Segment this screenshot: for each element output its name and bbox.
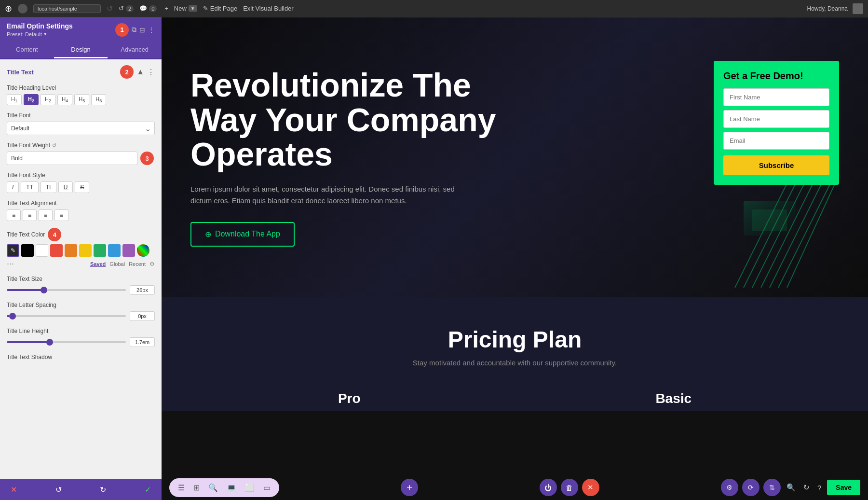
color-yellow[interactable] <box>79 244 92 257</box>
exit-builder-btn[interactable]: Exit Visual Builder <box>243 5 294 12</box>
toolbar-search-right-btn[interactable]: 🔍 <box>785 481 798 494</box>
revision-count[interactable]: ↺ 2 <box>119 5 134 12</box>
color-orange[interactable] <box>65 244 77 257</box>
color-tab-saved[interactable]: Saved <box>90 261 106 267</box>
toolbar-menu-icon[interactable]: ☰ <box>175 481 188 494</box>
basic-card-label: Basic <box>655 391 692 406</box>
letter-spacing-value[interactable] <box>130 311 155 321</box>
title-text-color-group: Title Text Color 4 ✎ ··· <box>7 228 155 269</box>
line-height-slider[interactable] <box>7 341 126 343</box>
toolbar-grid-icon[interactable]: ⊞ <box>190 481 203 494</box>
align-left[interactable]: ≡ <box>7 209 21 221</box>
footer-confirm-btn[interactable]: ✓ <box>141 483 155 496</box>
toolbar-desktop-icon[interactable]: 💻 <box>224 481 239 494</box>
subscribe-button[interactable]: Subscribe <box>723 155 829 175</box>
footer-close-btn[interactable]: ✕ <box>7 483 21 496</box>
toolbar-close-btn[interactable]: ✕ <box>582 479 599 496</box>
sidebar-preset[interactable]: Preset: Default ▾ <box>7 31 73 37</box>
tab-content[interactable]: Content <box>0 42 54 58</box>
more-options-icon[interactable]: ⋮ <box>148 26 155 34</box>
email-field[interactable] <box>723 132 829 150</box>
heading-h2b[interactable]: H2 <box>41 94 55 105</box>
section-title-row: Title Text 2 ▲ ⋮ <box>7 65 155 79</box>
section-more-icon[interactable]: ⋮ <box>147 68 155 77</box>
heading-h5[interactable]: H5 <box>74 94 89 105</box>
columns-icon[interactable]: ⊟ <box>139 26 145 34</box>
heading-h6[interactable]: H6 <box>91 94 106 105</box>
title-font-select[interactable]: Default <box>7 122 155 135</box>
sidebar: Email Optin Settings Preset: Default ▾ 1… <box>0 17 162 500</box>
style-italic[interactable]: I <box>7 181 19 193</box>
edit-page-btn[interactable]: ✎ Edit Page <box>203 5 237 12</box>
style-uppercase[interactable]: TT <box>21 181 39 193</box>
color-more-btn[interactable]: ··· <box>7 259 14 269</box>
tab-design[interactable]: Design <box>54 42 108 58</box>
toolbar-refresh-btn[interactable]: ↻ <box>801 481 812 494</box>
section-title-label: Title Text <box>7 69 34 76</box>
align-center[interactable]: ≡ <box>23 209 37 221</box>
footer-redo-btn[interactable]: ↻ <box>96 483 110 496</box>
bottom-toolbar: ☰ ⊞ 🔍 💻 ⬜ ▭ + ⏻ 🗑 ✕ ⚙ ⟳ ⇅ 🔍 ↻ ? Save <box>162 475 868 500</box>
color-black[interactable] <box>21 244 34 257</box>
align-right[interactable]: ≡ <box>39 209 53 221</box>
heading-h4[interactable]: H4 <box>57 94 72 105</box>
title-letter-spacing-group: Title Letter Spacing <box>7 302 155 321</box>
style-strikethrough[interactable]: S <box>75 181 89 193</box>
toolbar-mid-group: ⏻ 🗑 ✕ <box>540 479 599 496</box>
color-white[interactable] <box>36 244 48 257</box>
toolbar-mobile-icon[interactable]: ▭ <box>260 481 273 494</box>
last-name-field[interactable] <box>723 110 829 128</box>
line-height-value[interactable] <box>130 337 155 347</box>
heading-h1[interactable]: H1 <box>7 94 22 105</box>
toolbar-power-btn[interactable]: ⏻ <box>540 479 557 496</box>
style-capitalize[interactable]: Tt <box>41 181 56 193</box>
step-4-badge: 4 <box>48 228 61 241</box>
color-blue[interactable] <box>108 244 121 257</box>
color-custom[interactable] <box>137 244 149 257</box>
sidebar-header: Email Optin Settings Preset: Default ▾ 1… <box>0 17 162 42</box>
color-green[interactable] <box>94 244 106 257</box>
add-new-btn[interactable]: + <box>164 5 168 12</box>
line-height-slider-row <box>7 337 155 347</box>
color-red[interactable] <box>50 244 63 257</box>
toolbar-settings-btn[interactable]: ⚙ <box>721 479 738 496</box>
font-weight-input[interactable] <box>7 152 137 165</box>
title-size-value[interactable] <box>130 285 155 295</box>
title-text-size-group: Title Text Size <box>7 276 155 295</box>
title-size-slider[interactable] <box>7 289 126 291</box>
footer-undo-btn[interactable]: ↺ <box>52 483 66 496</box>
align-justify[interactable]: ≡ <box>54 209 68 221</box>
toolbar-delete-btn[interactable]: 🗑 <box>561 479 578 496</box>
letter-spacing-slider[interactable] <box>7 315 126 317</box>
style-underline[interactable]: U <box>58 181 73 193</box>
align-buttons: ≡ ≡ ≡ ≡ <box>7 209 155 221</box>
new-button[interactable]: New ▼ <box>174 5 197 12</box>
toolbar-add-button[interactable]: + <box>401 479 418 496</box>
hero-description: Lorem ipsum dolor sit amet, consectetur … <box>190 183 461 207</box>
color-tab-global[interactable]: Global <box>109 261 125 267</box>
color-settings-icon[interactable]: ⚙ <box>149 261 155 267</box>
style-buttons: I TT Tt U S <box>7 181 155 193</box>
color-purple[interactable] <box>122 244 135 257</box>
font-weight-reset-icon[interactable]: ↺ <box>52 142 56 149</box>
tab-advanced[interactable]: Advanced <box>108 42 162 58</box>
step-2-badge: 2 <box>120 65 134 79</box>
duplicate-icon[interactable]: ⧉ <box>132 26 136 34</box>
toolbar-help-btn[interactable]: ? <box>815 482 823 494</box>
toolbar-search-icon[interactable]: 🔍 <box>205 481 221 494</box>
first-name-field[interactable] <box>723 88 829 106</box>
toolbar-sort-btn[interactable]: ⇅ <box>763 479 781 496</box>
toolbar-tablet-icon[interactable]: ⬜ <box>242 481 258 494</box>
collapse-icon[interactable]: ▲ <box>136 68 144 76</box>
toolbar-save-btn[interactable]: Save <box>827 480 860 495</box>
heading-h2[interactable]: H2 <box>24 94 39 105</box>
comment-count[interactable]: 💬 0 <box>139 5 157 12</box>
color-pen-tool[interactable]: ✎ <box>7 244 19 257</box>
title-line-height-group: Title Line Height <box>7 328 155 347</box>
step-3-badge: 3 <box>140 152 154 165</box>
toolbar-history-btn[interactable]: ⟳ <box>742 479 760 496</box>
title-size-label: Title Text Size <box>7 276 155 282</box>
url-bar[interactable] <box>33 4 101 13</box>
color-tab-recent[interactable]: Recent <box>129 261 146 267</box>
hero-cta-button[interactable]: ⊕ Download The App <box>190 222 295 247</box>
